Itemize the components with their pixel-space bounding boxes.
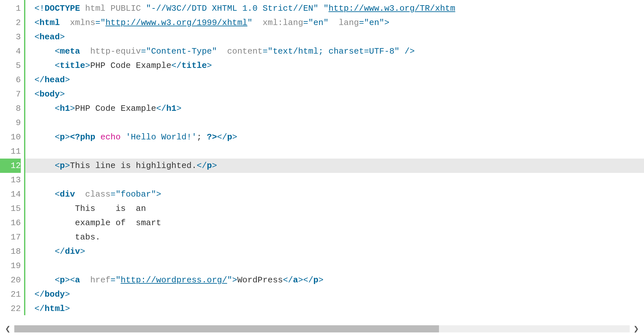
token-str: "foobar" — [116, 189, 156, 199]
token-tagname: p — [313, 275, 318, 285]
line-number: 22 — [0, 302, 21, 315]
token-tagpunc: > — [65, 132, 70, 142]
code-line[interactable] — [34, 173, 644, 187]
token-tagpunc: > — [212, 161, 217, 171]
code-line[interactable]: <meta http-equiv="Content-Type" content=… — [34, 44, 644, 58]
token-plain — [95, 132, 100, 142]
token-attr: xml:lang — [263, 18, 303, 28]
token-str: "text/html; charset=UTF-8" — [268, 46, 400, 56]
code-area[interactable]: <!DOCTYPE html PUBLIC "-//W3C//DTD XHTML… — [25, 0, 644, 315]
indent — [34, 218, 75, 228]
code-line[interactable]: <p><?php echo 'Hello World!'; ?></p> — [34, 130, 644, 144]
token-tagpunc: > — [80, 247, 85, 256]
code-line[interactable]: </html> — [34, 302, 644, 315]
token-plain: This is an — [75, 204, 146, 213]
token-tagpunc: </ — [171, 61, 181, 71]
token-tagpunc: < — [55, 46, 60, 56]
token-tagpunc: = — [110, 275, 116, 285]
code-line[interactable]: <!DOCTYPE html PUBLIC "-//W3C//DTD XHTML… — [34, 1, 644, 16]
code-line[interactable]: <h1>PHP Code Example</h1> — [34, 101, 644, 116]
line-number: 18 — [0, 244, 21, 259]
token-tagname: p — [207, 161, 212, 171]
line-number: 1 — [0, 1, 21, 16]
line-number: 4 — [0, 44, 21, 58]
token-tagname: DOCTYPE — [45, 4, 80, 13]
token-tagpunc: = — [141, 46, 146, 56]
code-line[interactable]: tabs. — [34, 230, 644, 244]
token-tagpunc: </ — [55, 247, 65, 256]
token-tagpunc: < — [55, 104, 60, 113]
token-tagpunc: = — [95, 18, 100, 28]
scroll-right-arrow-icon[interactable]: ❯ — [630, 323, 642, 335]
code-line[interactable]: <p><a href="http://wordpress.org/">WordP… — [34, 273, 644, 287]
indent — [34, 189, 55, 199]
code-line[interactable]: <head> — [34, 30, 644, 44]
token-url: http://www.w3.org/TR/xhtm — [328, 4, 455, 13]
token-tagpunc: > — [65, 275, 70, 285]
token-php-str: 'Hello World!' — [126, 132, 197, 142]
code-line[interactable]: </body> — [34, 287, 644, 302]
code-line[interactable]: <p>This line is highlighted.</p> — [25, 159, 644, 173]
token-tagpunc: </ — [217, 132, 227, 142]
code-line[interactable]: </div> — [34, 244, 644, 259]
token-tagname: p — [60, 132, 65, 142]
line-number: 17 — [0, 230, 21, 244]
token-tagname: head — [40, 32, 60, 42]
indent — [34, 61, 55, 71]
code-line[interactable]: <title>PHP Code Example</title> — [34, 58, 644, 73]
code-line[interactable]: </head> — [34, 73, 644, 87]
scroll-thumb[interactable] — [14, 325, 439, 332]
token-str: "en" — [308, 18, 328, 28]
token-tagpunc: < — [55, 275, 60, 285]
token-tagpunc: > — [70, 104, 75, 113]
token-tagpunc: < — [34, 32, 40, 42]
token-tagname: title — [60, 61, 85, 71]
indent — [34, 232, 75, 242]
line-number: 8 — [0, 101, 21, 116]
horizontal-scrollbar: ❮ ❯ — [0, 322, 644, 336]
code-line[interactable]: This is an — [34, 201, 644, 216]
token-tagpunc: > — [85, 61, 90, 71]
token-tagname: meta — [60, 46, 80, 56]
token-plain: PHP Code Example — [75, 104, 156, 113]
token-plain — [80, 46, 90, 56]
token-str: " — [323, 4, 328, 13]
token-plain: tabs. — [75, 232, 100, 242]
token-tagpunc: </ — [197, 161, 207, 171]
token-plain: WordPress — [237, 275, 283, 285]
token-tagpunc: < — [55, 161, 60, 171]
code-line[interactable]: example of smart — [34, 216, 644, 230]
token-tagpunc: < — [55, 61, 60, 71]
token-tagpunc: < — [55, 189, 60, 199]
scroll-left-arrow-icon[interactable]: ❮ — [2, 323, 14, 335]
token-tagpunc: > — [156, 189, 161, 199]
token-tagname: a — [293, 275, 298, 285]
scroll-track[interactable] — [14, 325, 630, 332]
token-tagpunc: </ — [156, 104, 166, 113]
token-plain — [75, 189, 85, 199]
token-tagname: p — [227, 132, 232, 142]
code-line[interactable] — [34, 144, 644, 159]
token-tagname: a — [75, 275, 80, 285]
token-tagpunc: = — [303, 18, 308, 28]
token-tagname: body — [45, 290, 65, 299]
token-attr: href — [90, 275, 110, 285]
token-tagpunc: > — [60, 32, 65, 42]
token-tagpunc: < — [70, 275, 75, 285]
indent — [34, 46, 55, 56]
token-tagpunc: > — [60, 89, 65, 99]
code-line[interactable]: <body> — [34, 87, 644, 101]
indent — [34, 161, 55, 171]
code-line[interactable] — [34, 259, 644, 273]
token-tagname: div — [60, 189, 75, 199]
token-tagpunc: > — [65, 75, 70, 85]
code-line[interactable]: <div class="foobar"> — [34, 187, 644, 201]
code-line[interactable]: <html xmlns="http://www.w3.org/1999/xhtm… — [34, 16, 644, 30]
line-number: 9 — [0, 116, 21, 130]
line-number: 11 — [0, 144, 21, 159]
token-doctype: html PUBLIC — [80, 4, 146, 13]
code-line[interactable] — [34, 116, 644, 130]
token-tagname: head — [45, 75, 65, 85]
token-tagpunc: < — [34, 18, 40, 28]
token-url: http://wordpress.org/ — [121, 275, 227, 285]
